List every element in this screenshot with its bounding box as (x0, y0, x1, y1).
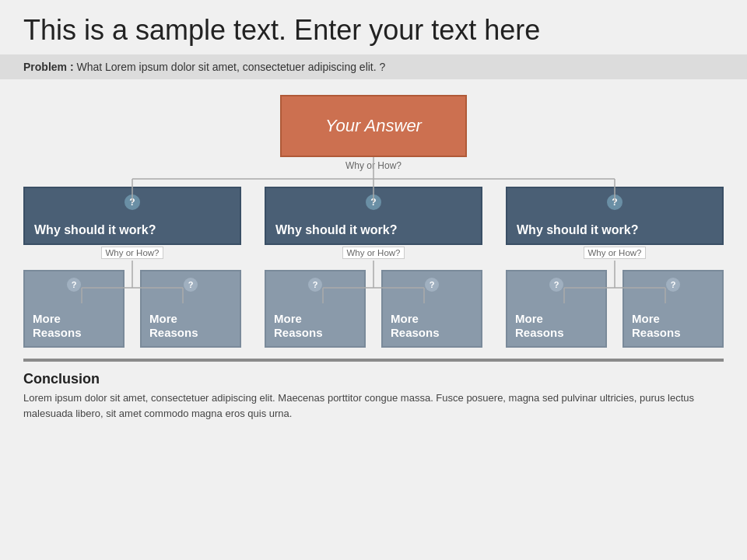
root-node-label: Your Answer (325, 116, 422, 136)
why-label-row: Why or How? Why or How? Why or How? (23, 245, 724, 259)
why-label-2: Why or How? (584, 247, 645, 259)
branch-node-1-label: Why should it work? (275, 223, 397, 237)
leaf-group-1: ? MoreReasons ? MoreReasons (265, 270, 482, 348)
leaf-node-2-0-label: MoreReasons (515, 312, 564, 340)
why-root-label: Why or How? (23, 160, 724, 171)
branch-row: ? Why should it work? ? Why should it wo… (23, 187, 724, 245)
problem-bar: Problem : What Lorem ipsum dolor sit ame… (0, 54, 747, 79)
leaf-node-0-1-label: MoreReasons (149, 312, 198, 340)
question-icon-0: ? (124, 194, 140, 210)
leaf-question-icon-0-1: ? (184, 278, 198, 292)
leaf-group-2: ? MoreReasons ? MoreReasons (506, 270, 724, 348)
leaf-node-1-0-label: MoreReasons (274, 312, 323, 340)
why-label-1: Why or How? (342, 247, 404, 259)
problem-label: Problem : (23, 61, 74, 73)
diagram-wrapper: Your Answer Why or How? ? Why should it … (23, 87, 724, 348)
leaf-node-2-1[interactable]: ? MoreReasons (622, 270, 724, 348)
page-title: This is a sample text. Enter your text h… (0, 0, 747, 54)
branch-node-0[interactable]: ? Why should it work? (23, 187, 241, 245)
why-label-0: Why or How? (101, 247, 163, 259)
question-icon-1: ? (366, 194, 381, 210)
why-label-cell-2: Why or How? (506, 245, 724, 259)
leaf-question-icon-1-0: ? (308, 278, 322, 292)
leaf-node-1-1-label: MoreReasons (391, 312, 440, 340)
leaf-node-0-1[interactable]: ? MoreReasons (140, 270, 241, 348)
branch-node-2-label: Why should it work? (517, 223, 638, 237)
leaf-node-0-0-label: MoreReasons (33, 312, 82, 340)
question-icon-2: ? (607, 194, 622, 210)
conclusion-title: Conclusion (23, 371, 724, 387)
leaf-node-1-1[interactable]: ? MoreReasons (381, 270, 482, 348)
leaf-node-2-1-label: MoreReasons (632, 312, 681, 340)
conclusion-text: Lorem ipsum dolor sit amet, consectetuer… (23, 390, 724, 421)
leaf-question-icon-2-1: ? (666, 278, 680, 292)
leaf-node-2-0[interactable]: ? MoreReasons (506, 270, 607, 348)
root-node[interactable]: Your Answer (280, 95, 467, 157)
diagram-area: Your Answer Why or How? ? Why should it … (0, 79, 747, 348)
bottom-divider (23, 359, 724, 362)
leaf-question-icon-1-1: ? (425, 278, 439, 292)
problem-text: What Lorem ipsum dolor sit amet, consect… (76, 61, 385, 73)
leaf-question-icon-2-0: ? (549, 278, 563, 292)
leaf-row: ? MoreReasons ? MoreReasons ? MoreReason… (23, 270, 724, 348)
leaf-group-0: ? MoreReasons ? MoreReasons (23, 270, 241, 348)
leaf-node-1-0[interactable]: ? MoreReasons (265, 270, 366, 348)
branch-node-2[interactable]: ? Why should it work? (506, 187, 724, 245)
branch-node-0-label: Why should it work? (34, 223, 156, 237)
why-label-cell-1: Why or How? (265, 245, 482, 259)
why-label-cell-0: Why or How? (23, 245, 241, 259)
branch-node-1[interactable]: ? Why should it work? (265, 187, 482, 245)
leaf-node-0-0[interactable]: ? MoreReasons (23, 270, 124, 348)
conclusion-section: Conclusion Lorem ipsum dolor sit amet, c… (0, 368, 747, 424)
leaf-question-icon-0-0: ? (67, 278, 81, 292)
root-row: Your Answer (23, 87, 724, 157)
